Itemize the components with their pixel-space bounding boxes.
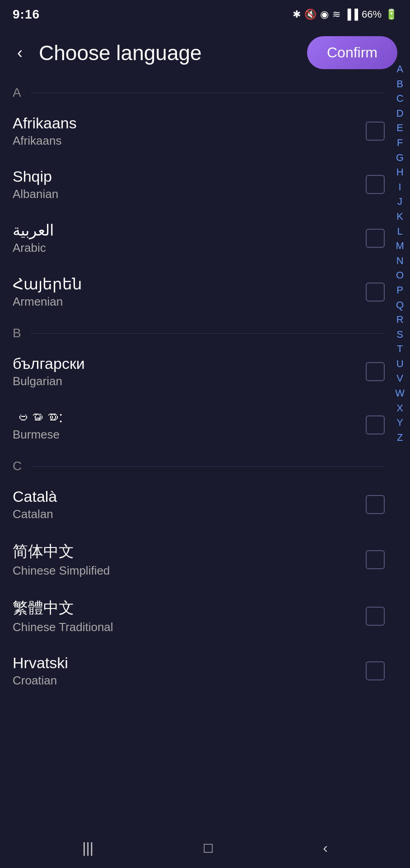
page-title: Choose language xyxy=(39,41,202,65)
checkbox-armenian[interactable] xyxy=(366,283,385,302)
battery-percentage: 66% xyxy=(362,9,382,20)
language-item-armenian[interactable]: Հայերեն Armenian xyxy=(13,265,385,319)
checkbox-croatian[interactable] xyxy=(366,661,385,680)
language-native-chinese-traditional: 繁體中文 xyxy=(13,598,113,618)
status-time: 9:16 xyxy=(13,7,40,22)
language-item-afrikaans[interactable]: Afrikaans Afrikaans xyxy=(13,104,385,158)
language-english-arabic: Arabic xyxy=(13,241,54,255)
language-item-burmese[interactable]: ဗမာစာ: Burmese xyxy=(13,398,385,452)
alpha-U[interactable]: U xyxy=(394,357,406,371)
checkbox-afrikaans[interactable] xyxy=(366,122,385,141)
alpha-B[interactable]: B xyxy=(394,77,406,91)
checkbox-chinese-simplified[interactable] xyxy=(366,550,385,569)
header-left: ‹ Choose language xyxy=(7,40,202,66)
status-bar: 9:16 ✱ 🔇 ◉ ≋ ▐▐ 66% 🔋 xyxy=(0,0,410,27)
language-info-arabic: العربية Arabic xyxy=(13,221,54,255)
back-button[interactable]: ‹ xyxy=(7,40,33,66)
alpha-T[interactable]: T xyxy=(394,342,405,356)
language-info-chinese-simplified: 简体中文 Chinese Simplified xyxy=(13,541,110,578)
language-english-bulgarian: Bulgarian xyxy=(13,374,85,388)
alpha-R[interactable]: R xyxy=(394,313,406,327)
alpha-D[interactable]: D xyxy=(394,107,406,121)
alpha-V[interactable]: V xyxy=(394,372,406,386)
checkbox-burmese[interactable] xyxy=(366,415,385,434)
language-item-chinese-traditional[interactable]: 繁體中文 Chinese Traditional xyxy=(13,588,385,644)
nav-home-button[interactable]: □ xyxy=(190,835,226,861)
section-letter-A: A xyxy=(13,85,23,100)
checkbox-bulgarian[interactable] xyxy=(366,362,385,381)
checkbox-arabic[interactable] xyxy=(366,229,385,248)
alpha-Q[interactable]: Q xyxy=(393,298,406,312)
language-item-arabic[interactable]: العربية Arabic xyxy=(13,211,385,265)
section-divider-A xyxy=(31,93,385,93)
alphabet-sidebar: A B C D E F G H I J K L M N O P Q R S T … xyxy=(390,59,410,448)
section-letter-C: C xyxy=(13,459,23,473)
alpha-G[interactable]: G xyxy=(393,151,406,165)
signal-icon: ▐▐ xyxy=(344,9,358,20)
language-item-albanian[interactable]: Shqip Albanian xyxy=(13,158,385,211)
nav-back-button[interactable]: ‹ xyxy=(309,835,341,861)
section-letter-B: B xyxy=(13,326,23,340)
mute-icon: 🔇 xyxy=(304,9,317,20)
confirm-button[interactable]: Confirm xyxy=(307,36,397,69)
location-icon: ◉ xyxy=(320,9,329,20)
alpha-H[interactable]: H xyxy=(394,165,406,179)
language-english-armenian: Armenian xyxy=(13,295,82,309)
language-native-chinese-simplified: 简体中文 xyxy=(13,541,110,562)
language-native-arabic: العربية xyxy=(13,221,54,239)
language-english-croatian: Croatian xyxy=(13,674,68,688)
language-info-catalan: Català Catalan xyxy=(13,488,57,521)
alpha-L[interactable]: L xyxy=(394,225,405,239)
nav-back-icon: ‹ xyxy=(323,840,328,856)
alpha-P[interactable]: P xyxy=(394,283,406,297)
language-english-burmese: Burmese xyxy=(13,428,63,442)
section-header-C: C xyxy=(13,452,385,478)
language-english-chinese-traditional: Chinese Traditional xyxy=(13,620,113,634)
alpha-C[interactable]: C xyxy=(394,92,406,106)
alpha-M[interactable]: M xyxy=(393,239,406,253)
language-english-albanian: Albanian xyxy=(13,187,58,201)
alpha-W[interactable]: W xyxy=(392,387,407,401)
language-info-albanian: Shqip Albanian xyxy=(13,168,58,201)
menu-icon: ||| xyxy=(82,840,93,856)
alpha-K[interactable]: K xyxy=(394,210,406,224)
nav-menu-button[interactable]: ||| xyxy=(69,835,107,861)
home-icon: □ xyxy=(204,840,212,856)
language-native-armenian: Հայերեն xyxy=(13,275,82,293)
language-list: A Afrikaans Afrikaans Shqip Albanian الع… xyxy=(0,78,410,743)
status-icons: ✱ 🔇 ◉ ≋ ▐▐ 66% 🔋 xyxy=(293,9,397,20)
header: ‹ Choose language Confirm xyxy=(0,27,410,78)
language-info-bulgarian: български Bulgarian xyxy=(13,355,85,388)
language-item-chinese-simplified[interactable]: 简体中文 Chinese Simplified xyxy=(13,531,385,588)
language-item-catalan[interactable]: Català Catalan xyxy=(13,478,385,531)
section-divider-C xyxy=(31,466,385,467)
language-english-chinese-simplified: Chinese Simplified xyxy=(13,564,110,578)
language-native-afrikaans: Afrikaans xyxy=(13,114,77,132)
language-info-chinese-traditional: 繁體中文 Chinese Traditional xyxy=(13,598,113,634)
language-native-albanian: Shqip xyxy=(13,168,58,185)
wifi-icon: ≋ xyxy=(332,9,340,20)
section-header-A: A xyxy=(13,78,385,104)
alpha-A[interactable]: A xyxy=(394,62,406,76)
nav-bar: ||| □ ‹ xyxy=(0,827,410,868)
language-item-croatian[interactable]: Hrvatski Croatian xyxy=(13,644,385,698)
language-english-catalan: Catalan xyxy=(13,507,57,521)
alpha-I[interactable]: I xyxy=(396,180,404,194)
checkbox-chinese-traditional[interactable] xyxy=(366,607,385,626)
alpha-J[interactable]: J xyxy=(395,195,405,209)
checkbox-catalan[interactable] xyxy=(366,495,385,514)
alpha-N[interactable]: N xyxy=(394,254,406,268)
alpha-Y[interactable]: Y xyxy=(394,416,406,430)
language-item-bulgarian[interactable]: български Bulgarian xyxy=(13,345,385,398)
language-info-burmese: ဗမာစာ: Burmese xyxy=(13,408,63,442)
alpha-O[interactable]: O xyxy=(393,269,406,283)
language-native-croatian: Hrvatski xyxy=(13,654,68,672)
bluetooth-icon: ✱ xyxy=(293,9,301,20)
alpha-E[interactable]: E xyxy=(394,121,406,135)
alpha-Z[interactable]: Z xyxy=(394,431,405,445)
alpha-S[interactable]: S xyxy=(394,328,406,342)
language-native-burmese: ဗမာစာ: xyxy=(13,408,63,426)
alpha-X[interactable]: X xyxy=(394,401,406,415)
alpha-F[interactable]: F xyxy=(394,136,405,150)
checkbox-albanian[interactable] xyxy=(366,175,385,194)
